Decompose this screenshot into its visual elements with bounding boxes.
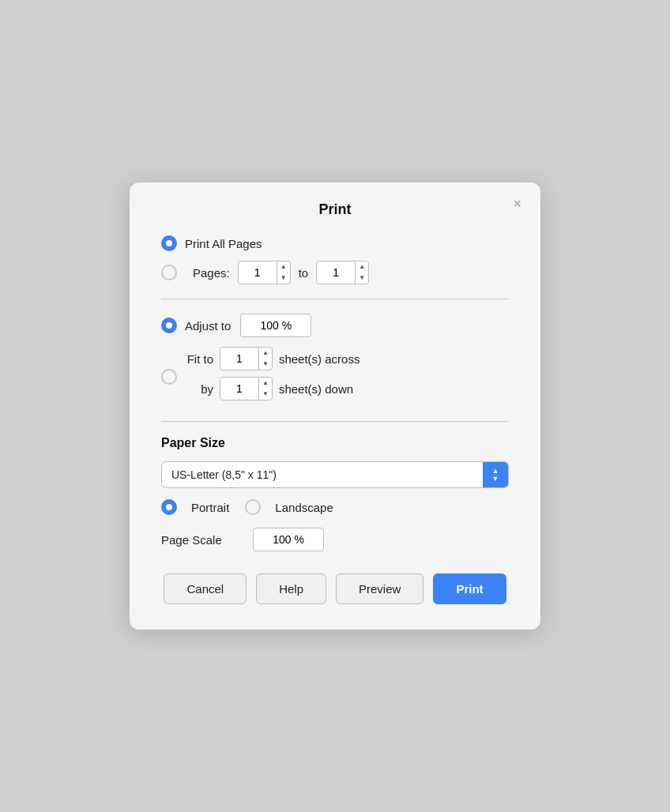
fit-down-text: sheet(s) down: [279, 382, 353, 396]
landscape-label: Landscape: [275, 501, 333, 514]
pages-from-down[interactable]: ▼: [277, 273, 290, 284]
portrait-label: Portrait: [191, 501, 229, 514]
paper-size-section: Paper Size US-Letter (8,5" x 11") ▲ ▼ Po…: [161, 436, 509, 551]
print-range-section: Print All Pages Pages: ▲ ▼ to ▲ ▼: [161, 235, 509, 284]
page-scale-input[interactable]: [253, 528, 324, 551]
dialog-title: Print: [161, 201, 509, 218]
help-button[interactable]: Help: [256, 573, 326, 604]
page-scale-label: Page Scale: [161, 533, 232, 547]
adjust-to-radio[interactable]: [161, 318, 177, 333]
pages-to-arrows[interactable]: ▲ ▼: [355, 261, 368, 284]
page-scale-row: Page Scale: [161, 528, 509, 551]
pages-from-spinner[interactable]: ▲ ▼: [238, 261, 291, 284]
fit-across-up[interactable]: ▲: [259, 348, 272, 359]
orientation-row: Portrait Landscape: [161, 499, 509, 515]
preview-button[interactable]: Preview: [336, 573, 423, 604]
pages-from-input[interactable]: [239, 266, 277, 279]
cancel-button[interactable]: Cancel: [164, 573, 247, 604]
all-pages-label: Print All Pages: [185, 237, 262, 250]
fit-across-down[interactable]: ▼: [259, 359, 272, 370]
fit-down-up[interactable]: ▲: [259, 378, 272, 389]
paper-size-arrows[interactable]: ▲ ▼: [483, 462, 508, 487]
fit-down-arrows[interactable]: ▲ ▼: [258, 378, 272, 400]
pages-label: Pages:: [193, 266, 230, 280]
paper-size-title: Paper Size: [161, 436, 509, 450]
portrait-radio[interactable]: [161, 499, 177, 515]
to-label: to: [299, 266, 309, 280]
arrow-down-icon: ▼: [492, 476, 499, 483]
pages-to-input[interactable]: [317, 266, 355, 279]
fit-across-arrows[interactable]: ▲ ▼: [258, 348, 272, 370]
buttons-row: Cancel Help Preview Print: [161, 573, 509, 604]
landscape-radio[interactable]: [245, 499, 261, 515]
pages-from-up[interactable]: ▲: [277, 261, 290, 273]
fit-down-input[interactable]: [220, 382, 258, 395]
paper-size-arrows-inner: ▲ ▼: [492, 468, 499, 483]
paper-size-select[interactable]: US-Letter (8,5" x 11") ▲ ▼: [161, 461, 509, 488]
divider-2: [161, 421, 509, 422]
scaling-section: Adjust to Fit to ▲ ▼ sheet(s) across: [161, 314, 509, 407]
fit-down-down[interactable]: ▼: [259, 389, 272, 400]
fit-down-spinner[interactable]: ▲ ▼: [220, 377, 273, 400]
close-button[interactable]: ×: [508, 195, 526, 212]
all-pages-radio[interactable]: [161, 235, 177, 251]
fit-by-row: by ▲ ▼ sheet(s) down: [185, 377, 359, 400]
fit-across-text: sheet(s) across: [279, 352, 360, 366]
fit-across-spinner[interactable]: ▲ ▼: [220, 347, 273, 370]
adjust-to-input[interactable]: [240, 314, 311, 337]
print-button[interactable]: Print: [433, 573, 506, 604]
pages-from-arrows[interactable]: ▲ ▼: [277, 261, 290, 284]
fit-to-radio[interactable]: [161, 369, 177, 385]
adjust-to-row: Adjust to: [161, 314, 509, 337]
divider-1: [161, 299, 509, 299]
by-label: by: [185, 382, 213, 396]
fit-to-row: Fit to ▲ ▼ sheet(s) across: [185, 347, 359, 370]
arrow-up-icon: ▲: [492, 468, 499, 475]
pages-to-down[interactable]: ▼: [356, 273, 368, 284]
adjust-to-label: Adjust to: [185, 319, 231, 333]
landscape-option: Landscape: [245, 499, 333, 515]
all-pages-row: Print All Pages: [161, 235, 509, 251]
pages-radio[interactable]: [161, 265, 177, 280]
fit-across-input[interactable]: [220, 352, 258, 365]
pages-row: Pages: ▲ ▼ to ▲ ▼: [161, 261, 509, 284]
fit-to-label: Fit to: [185, 352, 213, 366]
print-dialog: × Print Print All Pages Pages: ▲ ▼ to ▲: [130, 182, 540, 630]
pages-to-up[interactable]: ▲: [356, 261, 368, 273]
portrait-option: Portrait: [161, 499, 229, 515]
paper-size-value: US-Letter (8,5" x 11"): [162, 468, 483, 481]
pages-to-spinner[interactable]: ▲ ▼: [316, 261, 369, 284]
